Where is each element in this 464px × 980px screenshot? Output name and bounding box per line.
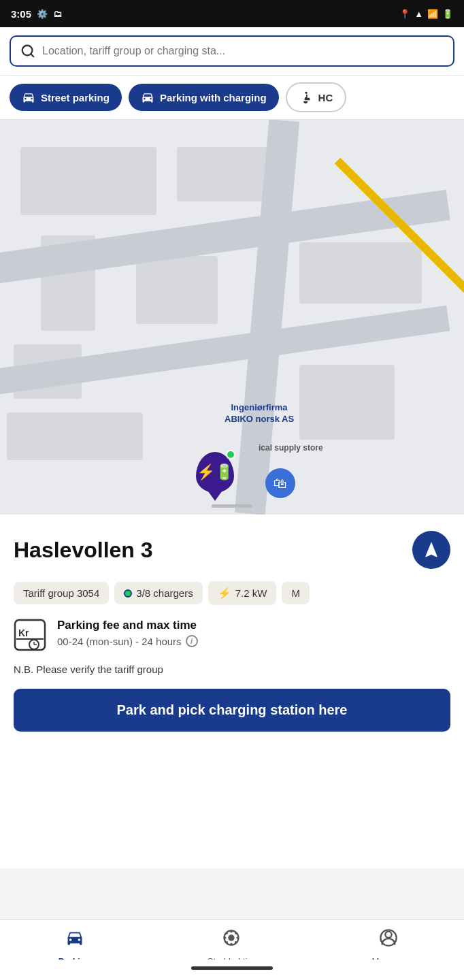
charging-pin[interactable]: ⚡🔋 [196,452,234,500]
power-label: 7.2 kW [235,587,267,599]
svg-point-13 [224,936,227,939]
cta-label: Park and pick charging station here [117,702,348,717]
parking-fee-icon: Kr [14,619,46,651]
tariff-label: Tariff group 3054 [23,587,99,599]
building-block [136,256,218,324]
navigate-button[interactable] [412,531,450,569]
car-charging-icon [141,91,154,104]
charging-icon: ⚡🔋 [197,463,233,481]
svg-point-11 [230,930,233,933]
power-tag: ⚡ 7.2 kW [208,581,277,605]
svg-point-2 [305,92,307,94]
poi-label-supply: ical supply store [259,443,323,454]
search-bar[interactable] [10,35,454,67]
svg-text:Kr: Kr [18,627,29,638]
fee-title: Parking fee and max time [57,619,198,632]
building-block [299,365,395,440]
fee-icon: Kr [14,619,46,651]
tags-row: Tariff group 3054 3/8 chargers ⚡ 7.2 kW … [14,581,450,605]
svg-point-17 [226,941,228,943]
svg-point-12 [230,943,233,946]
battery-icon: 🔋 [442,9,453,19]
filter-pills: Street parking Parking with charging HC [0,76,464,120]
map-area[interactable]: Ingeniørfirma ABIKO norsk AS ical supply… [0,120,464,514]
search-container [0,27,464,76]
search-input[interactable] [42,45,444,57]
wheelchair-icon [299,91,313,104]
building-block [20,147,156,215]
bottom-sheet: Haslevollen 3 Tariff group 3054 3/8 char… [0,514,464,868]
svg-point-18 [235,941,237,943]
status-bar: 3:05 ⚙️ 🗂 📍 ▲ 📶 🔋 [0,0,464,27]
filter-parking-charging[interactable]: Parking with charging [129,84,279,111]
nb-notice: N.B. Please verify the tariff group [14,664,450,675]
filter-street-parking[interactable]: Street parking [10,84,122,111]
svg-point-14 [236,936,239,939]
shop-pin[interactable]: 🛍 [265,468,295,498]
poi-label-ingeniorfirma: Ingeniørfirma ABIKO norsk AS [225,402,294,425]
parking-charging-label: Parking with charging [160,92,267,103]
status-time: 3:05 [11,8,31,20]
directions-icon [422,540,441,559]
more-tag: M [282,582,310,604]
availability-dot [226,450,235,459]
street-parking-label: Street parking [41,92,110,103]
fee-text-block: Parking fee and max time 00-24 (mon-sun)… [57,619,198,647]
parking-nav-icon [65,928,84,952]
building-block [299,242,422,304]
my-page-nav-icon [379,928,398,952]
svg-point-15 [226,932,228,934]
settings-icon: ⚙️ [37,9,48,19]
bolt-icon: ⚡ [218,587,231,600]
svg-point-19 [386,932,392,938]
filter-hc[interactable]: HC [286,82,347,112]
svg-point-10 [228,934,234,941]
car-icon [22,91,35,104]
building-block [7,412,143,460]
chargers-tag: 3/8 chargers [114,582,202,604]
charger-availability-dot [124,589,132,598]
sd-card-icon: 🗂 [53,9,62,19]
hc-label: HC [318,92,333,103]
chargers-label: 3/8 chargers [136,587,193,599]
signal-icon: 📶 [427,9,438,19]
studded-tire-nav-icon [222,928,241,952]
home-indicator [0,960,464,980]
cta-button[interactable]: Park and pick charging station here [14,689,450,732]
more-label: M [291,587,300,599]
shop-icon: 🛍 [274,476,287,491]
location-icon: 📍 [399,9,410,19]
search-icon [20,44,35,59]
location-title: Haslevollen 3 [14,538,153,563]
fee-section: Kr Parking fee and max time 00-24 (mon-s… [14,619,450,651]
home-bar [191,966,273,970]
svg-point-16 [235,932,237,934]
pin-body: ⚡🔋 [196,452,234,493]
title-row: Haslevollen 3 [14,514,450,581]
wifi-icon: ▲ [414,9,423,19]
svg-line-1 [31,54,33,56]
fee-subtitle: 00-24 (mon-sun) - 24 hours i [57,635,198,647]
info-icon[interactable]: i [186,635,198,647]
drag-handle[interactable] [212,504,252,508]
tariff-tag: Tariff group 3054 [14,582,109,604]
